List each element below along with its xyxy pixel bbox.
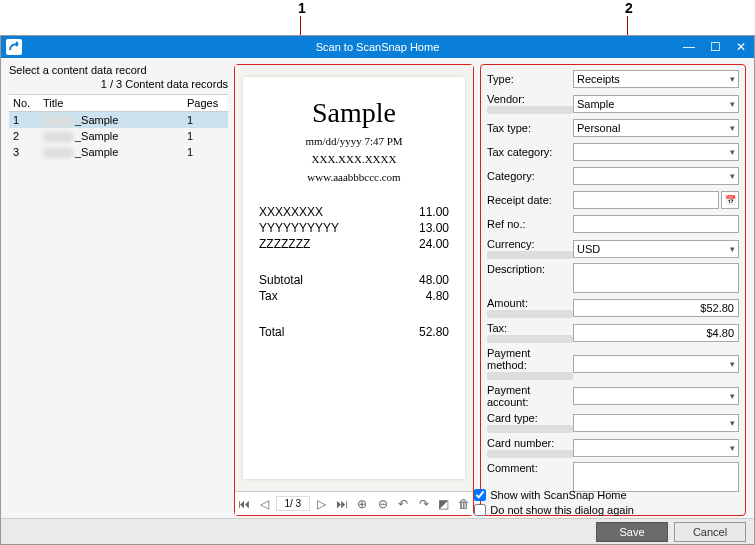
- receipt-line: XXXXXXXX11.00: [259, 205, 449, 219]
- label-amount: Amount:: [487, 297, 573, 309]
- last-page-button[interactable]: ⏭: [333, 495, 350, 513]
- label-taxcat: Tax category:: [487, 146, 573, 158]
- chevron-down-icon: ▾: [730, 244, 735, 254]
- minimize-button[interactable]: —: [676, 36, 702, 58]
- chevron-down-icon: ▾: [730, 123, 735, 133]
- label-description: Description:: [487, 263, 573, 275]
- calendar-icon[interactable]: 📅: [721, 191, 739, 209]
- col-title[interactable]: Title: [39, 95, 183, 111]
- close-button[interactable]: ✕: [728, 36, 754, 58]
- label-cardnumber: Card number:: [487, 437, 573, 449]
- cardtype-select[interactable]: ▾: [573, 414, 739, 432]
- crop-icon[interactable]: ◩: [435, 495, 452, 513]
- dialog-options: Show with ScanSnap Home Do not show this…: [474, 486, 634, 516]
- prev-page-button[interactable]: ◁: [255, 495, 272, 513]
- show-with-home-checkbox[interactable]: [474, 489, 486, 501]
- ocr-badge: [487, 372, 573, 380]
- preview-panel: Sample mm/dd/yyyy 7:47 PM XXX.XXX.XXXX w…: [234, 64, 474, 516]
- cell-title: _Sample: [39, 113, 183, 127]
- chevron-down-icon: ▾: [730, 443, 735, 453]
- receipt-tax: Tax4.80: [259, 289, 449, 303]
- record-count: 1 / 3 Content data records: [9, 78, 228, 90]
- table-row[interactable]: 3 _Sample 1: [9, 144, 228, 160]
- cell-title: _Sample: [39, 145, 183, 159]
- chevron-down-icon: ▾: [730, 99, 735, 109]
- preview-viewport[interactable]: Sample mm/dd/yyyy 7:47 PM XXX.XXX.XXXX w…: [235, 65, 473, 491]
- cell-no: 1: [9, 113, 39, 127]
- cell-pages: 1: [183, 145, 228, 159]
- chevron-down-icon: ▾: [730, 147, 735, 157]
- dont-show-checkbox[interactable]: [474, 504, 486, 516]
- cell-no: 3: [9, 145, 39, 159]
- cardnumber-select[interactable]: ▾: [573, 439, 739, 457]
- label-cardtype: Card type:: [487, 412, 573, 424]
- category-select[interactable]: ▾: [573, 167, 739, 185]
- chevron-down-icon: ▾: [730, 391, 735, 401]
- cell-no: 2: [9, 129, 39, 143]
- tax-input[interactable]: [573, 324, 739, 342]
- receipt-total: Total52.80: [259, 325, 449, 339]
- currency-select[interactable]: USD▾: [573, 240, 739, 258]
- titlebar: Scan to ScanSnap Home — ☐ ✕: [1, 36, 754, 58]
- receipt-line: YYYYYYYYYY13.00: [259, 221, 449, 235]
- cell-pages: 1: [183, 129, 228, 143]
- label-comment: Comment:: [487, 462, 573, 474]
- receipt-phone: XXX.XXX.XXXX: [259, 153, 449, 165]
- metadata-form: Type:Receipts▾ Vendor: Sample▾ Tax type:…: [480, 64, 746, 516]
- label-type: Type:: [487, 73, 573, 85]
- rotate-right-icon[interactable]: ↷: [415, 495, 432, 513]
- paymethod-select[interactable]: ▾: [573, 355, 739, 373]
- save-button[interactable]: Save: [596, 522, 668, 542]
- type-select[interactable]: Receipts▾: [573, 70, 739, 88]
- page-indicator: 1/ 3: [276, 496, 310, 511]
- ocr-badge: [487, 450, 573, 458]
- amount-input[interactable]: [573, 299, 739, 317]
- dialog-footer: Save Cancel: [1, 518, 754, 544]
- preview-toolbar: ⏮ ◁ 1/ 3 ▷ ⏭ ⊕ ⊖ ↶ ↷ ◩ 🗑: [235, 491, 473, 515]
- cell-pages: 1: [183, 113, 228, 127]
- taxcat-select[interactable]: ▾: [573, 143, 739, 161]
- table-row[interactable]: 1 _Sample 1: [9, 112, 228, 128]
- payaccount-select[interactable]: ▾: [573, 387, 739, 405]
- app-window: Scan to ScanSnap Home — ☐ ✕ Select a con…: [0, 35, 755, 545]
- rotate-left-icon[interactable]: ↶: [394, 495, 411, 513]
- chevron-down-icon: ▾: [730, 74, 735, 84]
- receipt-image: Sample mm/dd/yyyy 7:47 PM XXX.XXX.XXXX w…: [243, 77, 465, 479]
- record-list-panel: Select a content data record 1 / 3 Conte…: [9, 64, 228, 516]
- table-row[interactable]: 2 _Sample 1: [9, 128, 228, 144]
- label-payaccount: Payment account:: [487, 384, 573, 408]
- delete-icon[interactable]: 🗑: [456, 495, 473, 513]
- col-pages[interactable]: Pages: [183, 95, 228, 111]
- next-page-button[interactable]: ▷: [313, 495, 330, 513]
- receiptdate-input[interactable]: [573, 191, 719, 209]
- dont-show-label: Do not show this dialog again: [490, 504, 634, 516]
- receipt-line: ZZZZZZZ24.00: [259, 237, 449, 251]
- zoom-in-icon[interactable]: ⊕: [354, 495, 371, 513]
- description-textarea[interactable]: [573, 263, 739, 293]
- ocr-badge: [487, 335, 573, 343]
- refno-input[interactable]: [573, 215, 739, 233]
- callout-1: 1: [298, 0, 306, 16]
- col-no[interactable]: No.: [9, 95, 39, 111]
- vendor-select[interactable]: Sample▾: [573, 95, 739, 113]
- chevron-down-icon: ▾: [730, 418, 735, 428]
- zoom-out-icon[interactable]: ⊖: [374, 495, 391, 513]
- record-list-header: Select a content data record: [9, 64, 228, 76]
- label-refno: Ref no.:: [487, 218, 573, 230]
- ocr-badge: [487, 251, 573, 259]
- label-receiptdate: Receipt date:: [487, 194, 573, 206]
- cell-title: _Sample: [39, 129, 183, 143]
- receipt-title: Sample: [259, 97, 449, 129]
- receipt-subtotal: Subtotal48.00: [259, 273, 449, 287]
- first-page-button[interactable]: ⏮: [235, 495, 252, 513]
- ocr-badge: [487, 310, 573, 318]
- maximize-button[interactable]: ☐: [702, 36, 728, 58]
- chevron-down-icon: ▾: [730, 359, 735, 369]
- record-table: No. Title Pages 1 _Sample 1 2 _Sample 1 …: [9, 94, 228, 160]
- ocr-badge: [487, 106, 573, 114]
- cancel-button[interactable]: Cancel: [674, 522, 746, 542]
- label-vendor: Vendor:: [487, 93, 573, 105]
- taxtype-select[interactable]: Personal▾: [573, 119, 739, 137]
- callout-2: 2: [625, 0, 633, 16]
- label-currency: Currency:: [487, 238, 573, 250]
